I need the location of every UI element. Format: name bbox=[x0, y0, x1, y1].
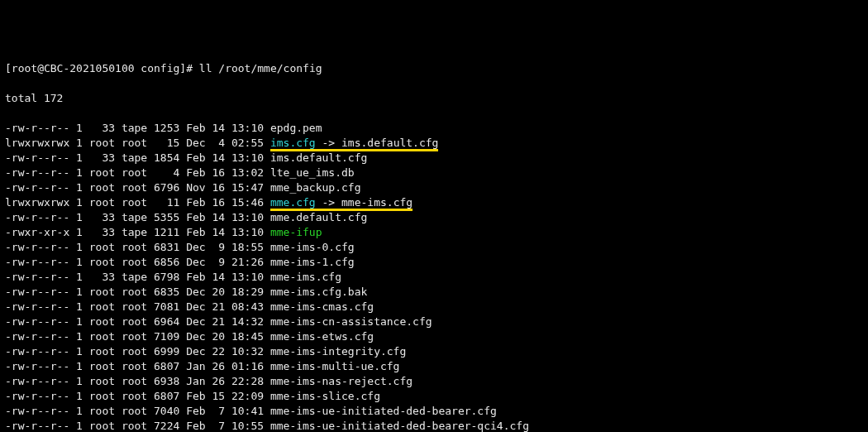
file-meta: -rw-r--r-- 1 root root 6999 Dec 22 10:32 bbox=[5, 345, 270, 358]
prompt-line: [root@CBC-2021050100 config]# ll /root/m… bbox=[5, 61, 868, 76]
list-item: -rw-r--r-- 1 33 tape 5355 Feb 14 13:10 m… bbox=[5, 210, 868, 225]
list-item: -rw-r--r-- 1 root root 6999 Dec 22 10:32… bbox=[5, 344, 868, 359]
file-meta: -rw-r--r-- 1 33 tape 1253 Feb 14 13:10 bbox=[5, 122, 270, 134]
arrow-icon: -> bbox=[316, 196, 341, 209]
list-item: lrwxrwxrwx 1 root root 11 Feb 16 15:46 m… bbox=[5, 195, 868, 210]
list-item: -rw-r--r-- 1 root root 6831 Dec 9 18:55 … bbox=[5, 240, 868, 255]
file-meta: -rw-r--r-- 1 root root 7081 Dec 21 08:43 bbox=[5, 300, 270, 313]
file-name: mme_backup.cfg bbox=[270, 181, 361, 194]
list-item: -rw-r--r-- 1 root root 6856 Dec 9 21:26 … bbox=[5, 255, 868, 270]
list-item: -rw-r--r-- 1 root root 7081 Dec 21 08:43… bbox=[5, 300, 868, 314]
arrow-icon: -> bbox=[316, 137, 341, 149]
list-item: -rw-r--r-- 1 33 tape 1253 Feb 14 13:10 e… bbox=[5, 121, 868, 136]
list-item: -rw-r--r-- 1 root root 6938 Jan 26 22:28… bbox=[5, 374, 868, 389]
symlink-group: ims.cfg -> ims.default.cfg bbox=[270, 137, 439, 151]
file-meta: lrwxrwxrwx 1 root root 11 Feb 16 15:46 bbox=[5, 196, 270, 209]
file-meta: -rw-r--r-- 1 33 tape 5355 Feb 14 13:10 bbox=[5, 211, 270, 223]
list-item: -rw-r--r-- 1 root root 6964 Dec 21 14:32… bbox=[5, 314, 868, 329]
list-item: lrwxrwxrwx 1 root root 15 Dec 4 02:55 im… bbox=[5, 136, 868, 151]
list-item: -rw-r--r-- 1 33 tape 1854 Feb 14 13:10 i… bbox=[5, 151, 868, 166]
list-item: -rw-r--r-- 1 root root 6835 Dec 20 18:29… bbox=[5, 285, 868, 300]
file-meta: -rw-r--r-- 1 root root 4 Feb 16 13:02 bbox=[5, 166, 270, 179]
list-item: -rw-r--r-- 1 root root 6807 Jan 26 01:16… bbox=[5, 359, 868, 374]
symlink-target: mme-ims.cfg bbox=[341, 196, 413, 209]
file-name: ims.default.cfg bbox=[270, 151, 367, 164]
file-name: mme-ims-integrity.cfg bbox=[270, 345, 406, 358]
file-meta: -rw-r--r-- 1 root root 6831 Dec 9 18:55 bbox=[5, 241, 270, 253]
list-item: -rw-r--r-- 1 root root 7224 Feb 7 10:55 … bbox=[5, 419, 868, 432]
file-meta: -rw-r--r-- 1 root root 6807 Jan 26 01:16 bbox=[5, 360, 270, 372]
symlink-group: mme.cfg -> mme-ims.cfg bbox=[270, 196, 413, 211]
file-meta: -rw-r--r-- 1 33 tape 1854 Feb 14 13:10 bbox=[5, 151, 270, 164]
file-list: -rw-r--r-- 1 33 tape 1253 Feb 14 13:10 e… bbox=[5, 121, 868, 432]
file-meta: -rw-r--r-- 1 root root 7224 Feb 7 10:55 bbox=[5, 420, 270, 432]
file-name: mme-ims-slice.cfg bbox=[270, 390, 380, 402]
list-item: -rw-r--r-- 1 root root 6807 Feb 15 22:09… bbox=[5, 389, 868, 404]
file-meta: -rwxr-xr-x 1 33 tape 1211 Feb 14 13:10 bbox=[5, 226, 270, 238]
file-name: mme-ims.cfg.bak bbox=[270, 286, 367, 298]
file-name: epdg.pem bbox=[270, 122, 322, 134]
list-item: -rw-r--r-- 1 root root 7040 Feb 7 10:41 … bbox=[5, 404, 868, 419]
file-name: mme-ims-nas-reject.cfg bbox=[270, 375, 413, 387]
file-meta: -rw-r--r-- 1 root root 6938 Jan 26 22:28 bbox=[5, 375, 270, 387]
file-name: mme-ims-multi-ue.cfg bbox=[270, 360, 400, 372]
prompt-close: ]# bbox=[179, 62, 198, 74]
file-name: mme-ims-cn-assistance.cfg bbox=[270, 315, 432, 328]
symlink-name: ims.cfg bbox=[270, 137, 316, 149]
prompt-user-host: root@CBC-2021050100 bbox=[12, 62, 135, 74]
command-text: ll /root/mme/config bbox=[199, 62, 322, 74]
file-name: mme.default.cfg bbox=[270, 211, 367, 223]
list-item: -rw-r--r-- 1 33 tape 6798 Feb 14 13:10 m… bbox=[5, 270, 868, 285]
file-name: mme-ims-1.cfg bbox=[270, 256, 355, 268]
symlink-name: mme.cfg bbox=[270, 196, 316, 209]
file-meta: -rw-r--r-- 1 root root 6856 Dec 9 21:26 bbox=[5, 256, 270, 268]
file-name: lte_ue_ims.db bbox=[270, 166, 355, 179]
list-item: -rw-r--r-- 1 root root 6796 Nov 16 15:47… bbox=[5, 180, 868, 195]
file-meta: -rw-r--r-- 1 root root 6796 Nov 16 15:47 bbox=[5, 181, 270, 194]
file-name: mme-ims-ue-initiated-ded-bearer-qci4.cfg bbox=[270, 420, 529, 432]
file-meta: -rw-r--r-- 1 root root 7109 Dec 20 18:45 bbox=[5, 330, 270, 343]
list-item: -rw-r--r-- 1 root root 7109 Dec 20 18:45… bbox=[5, 329, 868, 344]
file-meta: -rw-r--r-- 1 33 tape 6798 Feb 14 13:10 bbox=[5, 271, 270, 283]
prompt-cwd: config bbox=[135, 62, 180, 74]
file-meta: -rw-r--r-- 1 root root 6807 Feb 15 22:09 bbox=[5, 390, 270, 402]
list-item: -rwxr-xr-x 1 33 tape 1211 Feb 14 13:10 m… bbox=[5, 225, 868, 240]
file-name: mme-ims-cmas.cfg bbox=[270, 300, 374, 313]
file-meta: -rw-r--r-- 1 root root 6964 Dec 21 14:32 bbox=[5, 315, 270, 328]
file-name: mme-ims-ue-initiated-ded-bearer.cfg bbox=[270, 405, 497, 417]
file-meta: -rw-r--r-- 1 root root 6835 Dec 20 18:29 bbox=[5, 286, 270, 298]
prompt-open: [ bbox=[5, 62, 12, 74]
symlink-target: ims.default.cfg bbox=[341, 137, 438, 149]
file-meta: lrwxrwxrwx 1 root root 15 Dec 4 02:55 bbox=[5, 137, 270, 149]
file-name: mme-ims-etws.cfg bbox=[270, 330, 374, 343]
file-meta: -rw-r--r-- 1 root root 7040 Feb 7 10:41 bbox=[5, 405, 270, 417]
file-name: mme-ims-0.cfg bbox=[270, 241, 355, 253]
file-name: mme-ifup bbox=[270, 226, 322, 238]
total-line: total 172 bbox=[5, 91, 868, 106]
file-name: mme-ims.cfg bbox=[270, 271, 341, 283]
list-item: -rw-r--r-- 1 root root 4 Feb 16 13:02 lt… bbox=[5, 166, 868, 180]
